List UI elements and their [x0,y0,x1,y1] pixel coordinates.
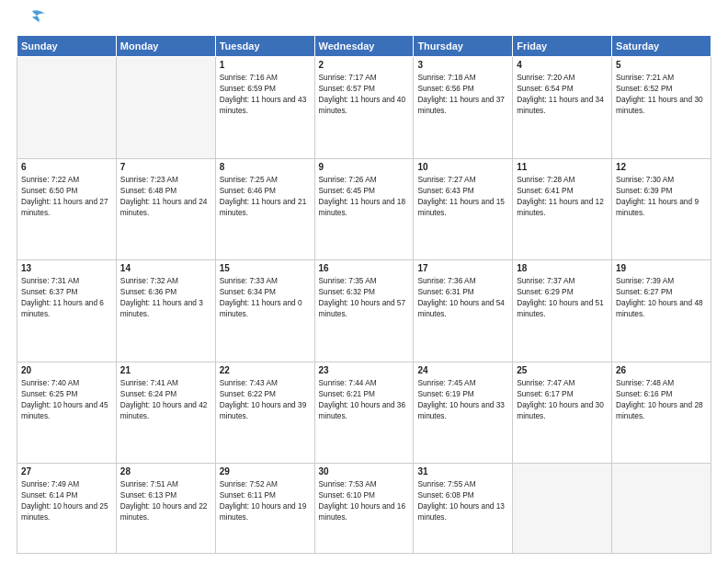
calendar-cell: 22Sunrise: 7:43 AMSunset: 6:22 PMDayligh… [215,362,314,464]
calendar-cell: 24Sunrise: 7:45 AMSunset: 6:19 PMDayligh… [414,362,513,464]
day-info: Sunrise: 7:18 AMSunset: 6:56 PMDaylight:… [417,72,508,116]
day-number: 25 [517,365,608,375]
day-number: 24 [417,365,508,375]
day-number: 3 [417,60,508,70]
logo [17,17,46,29]
day-number: 10 [417,162,508,172]
day-number: 13 [21,263,112,273]
calendar-cell: 3Sunrise: 7:18 AMSunset: 6:56 PMDaylight… [414,57,513,159]
logo-bird-icon [18,9,46,29]
day-info: Sunrise: 7:52 AMSunset: 6:11 PMDaylight:… [220,478,311,523]
day-info: Sunrise: 7:32 AMSunset: 6:36 PMDaylight:… [120,275,211,319]
day-info: Sunrise: 7:37 AMSunset: 6:29 PMDaylight:… [517,275,608,319]
day-info: Sunrise: 7:23 AMSunset: 6:48 PMDaylight:… [120,174,211,218]
day-info: Sunrise: 7:28 AMSunset: 6:41 PMDaylight:… [517,174,608,218]
week-row-1: 1Sunrise: 7:16 AMSunset: 6:59 PMDaylight… [17,57,711,159]
day-info: Sunrise: 7:31 AMSunset: 6:37 PMDaylight:… [21,275,112,319]
calendar-cell: 12Sunrise: 7:30 AMSunset: 6:39 PMDayligh… [612,158,711,260]
week-row-5: 27Sunrise: 7:49 AMSunset: 6:14 PMDayligh… [17,464,711,554]
header [17,17,711,29]
day-info: Sunrise: 7:48 AMSunset: 6:16 PMDaylight:… [616,377,707,421]
day-info: Sunrise: 7:43 AMSunset: 6:22 PMDaylight:… [220,377,311,421]
calendar-cell: 5Sunrise: 7:21 AMSunset: 6:52 PMDaylight… [612,57,711,159]
calendar-cell: 19Sunrise: 7:39 AMSunset: 6:27 PMDayligh… [612,260,711,362]
calendar-cell: 31Sunrise: 7:55 AMSunset: 6:08 PMDayligh… [414,464,513,554]
calendar-cell: 2Sunrise: 7:17 AMSunset: 6:57 PMDaylight… [314,57,414,159]
calendar-cell: 14Sunrise: 7:32 AMSunset: 6:36 PMDayligh… [116,260,215,362]
day-info: Sunrise: 7:45 AMSunset: 6:19 PMDaylight:… [417,377,508,421]
calendar-cell [513,464,612,554]
calendar-cell: 10Sunrise: 7:27 AMSunset: 6:43 PMDayligh… [414,158,513,260]
day-number: 4 [517,60,608,70]
calendar-cell: 15Sunrise: 7:33 AMSunset: 6:34 PMDayligh… [215,260,314,362]
day-info: Sunrise: 7:33 AMSunset: 6:34 PMDaylight:… [220,275,311,319]
calendar-cell: 29Sunrise: 7:52 AMSunset: 6:11 PMDayligh… [215,464,314,554]
day-number: 17 [417,263,508,273]
day-info: Sunrise: 7:41 AMSunset: 6:24 PMDaylight:… [120,377,211,421]
day-info: Sunrise: 7:30 AMSunset: 6:39 PMDaylight:… [616,174,707,218]
day-info: Sunrise: 7:25 AMSunset: 6:46 PMDaylight:… [220,174,311,218]
day-info: Sunrise: 7:20 AMSunset: 6:54 PMDaylight:… [517,72,608,116]
day-info: Sunrise: 7:16 AMSunset: 6:59 PMDaylight:… [220,72,311,116]
calendar-cell: 4Sunrise: 7:20 AMSunset: 6:54 PMDaylight… [513,57,612,159]
day-number: 12 [616,162,707,172]
weekday-header-friday: Friday [513,36,612,57]
day-number: 1 [220,60,311,70]
day-number: 27 [21,466,112,477]
day-info: Sunrise: 7:39 AMSunset: 6:27 PMDaylight:… [616,275,707,319]
day-number: 26 [616,365,707,375]
day-number: 11 [517,162,608,172]
calendar-cell: 18Sunrise: 7:37 AMSunset: 6:29 PMDayligh… [513,260,612,362]
day-info: Sunrise: 7:55 AMSunset: 6:08 PMDaylight:… [417,478,508,523]
calendar-cell: 16Sunrise: 7:35 AMSunset: 6:32 PMDayligh… [314,260,414,362]
day-info: Sunrise: 7:44 AMSunset: 6:21 PMDaylight:… [319,377,410,421]
weekday-header-saturday: Saturday [612,36,711,57]
calendar-cell: 13Sunrise: 7:31 AMSunset: 6:37 PMDayligh… [17,260,117,362]
day-number: 9 [319,162,410,172]
calendar-table: SundayMondayTuesdayWednesdayThursdayFrid… [17,35,711,554]
day-number: 21 [120,365,211,375]
calendar-cell: 27Sunrise: 7:49 AMSunset: 6:14 PMDayligh… [17,464,117,554]
calendar-cell: 7Sunrise: 7:23 AMSunset: 6:48 PMDaylight… [116,158,215,260]
calendar-cell: 25Sunrise: 7:47 AMSunset: 6:17 PMDayligh… [513,362,612,464]
day-number: 29 [220,466,311,477]
calendar-cell: 11Sunrise: 7:28 AMSunset: 6:41 PMDayligh… [513,158,612,260]
calendar-cell: 9Sunrise: 7:26 AMSunset: 6:45 PMDaylight… [314,158,414,260]
day-number: 30 [319,466,410,477]
day-info: Sunrise: 7:47 AMSunset: 6:17 PMDaylight:… [517,377,608,421]
day-number: 14 [120,263,211,273]
day-number: 2 [319,60,410,70]
calendar-cell [612,464,711,554]
calendar-cell: 21Sunrise: 7:41 AMSunset: 6:24 PMDayligh… [116,362,215,464]
day-number: 18 [517,263,608,273]
day-number: 7 [120,162,211,172]
page: SundayMondayTuesdayWednesdayThursdayFrid… [0,0,728,563]
weekday-header-wednesday: Wednesday [314,36,414,57]
day-info: Sunrise: 7:35 AMSunset: 6:32 PMDaylight:… [319,275,410,319]
weekday-header-thursday: Thursday [414,36,513,57]
day-number: 5 [616,60,707,70]
day-number: 19 [616,263,707,273]
calendar-cell: 20Sunrise: 7:40 AMSunset: 6:25 PMDayligh… [17,362,117,464]
calendar-cell: 6Sunrise: 7:22 AMSunset: 6:50 PMDaylight… [17,158,117,260]
day-info: Sunrise: 7:21 AMSunset: 6:52 PMDaylight:… [616,72,707,116]
day-number: 20 [21,365,112,375]
week-row-2: 6Sunrise: 7:22 AMSunset: 6:50 PMDaylight… [17,158,711,260]
week-row-3: 13Sunrise: 7:31 AMSunset: 6:37 PMDayligh… [17,260,711,362]
day-info: Sunrise: 7:51 AMSunset: 6:13 PMDaylight:… [120,478,211,523]
weekday-header-row: SundayMondayTuesdayWednesdayThursdayFrid… [17,36,711,57]
calendar-cell: 8Sunrise: 7:25 AMSunset: 6:46 PMDaylight… [215,158,314,260]
weekday-header-sunday: Sunday [17,36,117,57]
day-info: Sunrise: 7:27 AMSunset: 6:43 PMDaylight:… [417,174,508,218]
day-number: 22 [220,365,311,375]
calendar-cell: 30Sunrise: 7:53 AMSunset: 6:10 PMDayligh… [314,464,414,554]
day-info: Sunrise: 7:53 AMSunset: 6:10 PMDaylight:… [319,478,410,523]
day-number: 31 [417,466,508,477]
day-info: Sunrise: 7:49 AMSunset: 6:14 PMDaylight:… [21,478,112,523]
calendar-cell: 28Sunrise: 7:51 AMSunset: 6:13 PMDayligh… [116,464,215,554]
day-number: 6 [21,162,112,172]
week-row-4: 20Sunrise: 7:40 AMSunset: 6:25 PMDayligh… [17,362,711,464]
day-info: Sunrise: 7:40 AMSunset: 6:25 PMDaylight:… [21,377,112,421]
day-info: Sunrise: 7:26 AMSunset: 6:45 PMDaylight:… [319,174,410,218]
calendar-cell: 1Sunrise: 7:16 AMSunset: 6:59 PMDaylight… [215,57,314,159]
